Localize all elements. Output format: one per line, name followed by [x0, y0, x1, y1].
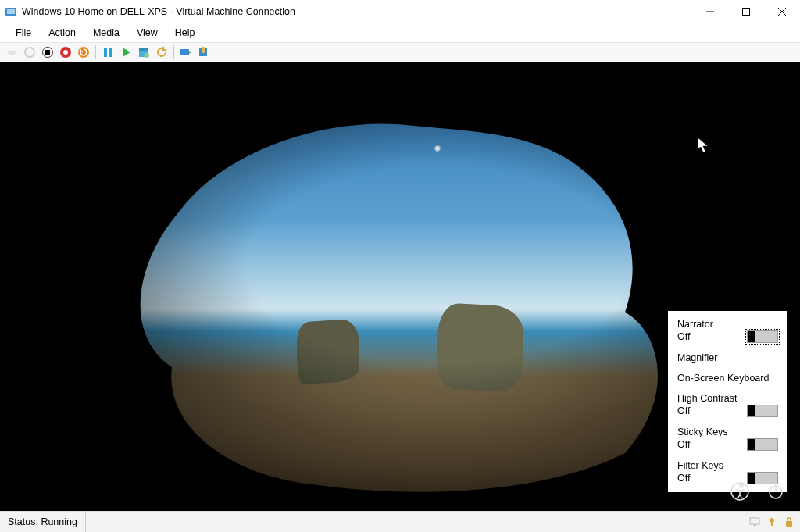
shutdown-icon[interactable] — [59, 45, 73, 59]
high-contrast-state: Off — [677, 405, 690, 416]
window-title: Windows 10 Home on DELL-XPS - Virtual Ma… — [22, 6, 692, 17]
enhanced-session-icon[interactable] — [197, 45, 211, 59]
sticky-keys-state: Off — [677, 439, 690, 450]
maximize-button[interactable] — [728, 0, 764, 23]
svg-point-16 — [145, 53, 149, 58]
pause-icon[interactable] — [101, 45, 115, 59]
narrator-toggle[interactable] — [747, 330, 778, 343]
svg-rect-26 — [771, 523, 773, 526]
menu-media[interactable]: Media — [85, 26, 127, 40]
start-icon[interactable] — [119, 45, 133, 59]
power-icon[interactable] — [766, 481, 786, 502]
app-icon — [5, 5, 17, 18]
svg-point-6 — [25, 48, 34, 57]
toolbar-separator — [95, 45, 96, 59]
high-contrast-toggle[interactable] — [747, 405, 778, 417]
sticky-keys-toggle[interactable] — [747, 438, 778, 451]
filter-keys-label: Filter Keys — [677, 460, 778, 471]
svg-point-25 — [770, 518, 774, 523]
ctrl-alt-del-icon[interactable] — [5, 45, 19, 59]
turnoff-icon[interactable] — [41, 45, 55, 59]
close-button[interactable] — [764, 0, 800, 23]
display-config-icon[interactable] — [748, 516, 761, 528]
lockscreen-corner-buttons — [730, 481, 786, 502]
ease-of-access-panel: Narrator Off Magnifier On-Screen Keyboar… — [668, 311, 788, 492]
svg-rect-12 — [104, 48, 107, 57]
on-screen-keyboard-button[interactable]: On-Screen Keyboard — [677, 373, 769, 384]
svg-rect-15 — [139, 48, 148, 51]
revert-icon[interactable] — [155, 45, 169, 59]
svg-rect-8 — [45, 50, 50, 55]
audio-icon[interactable] — [766, 516, 778, 528]
checkpoint-icon[interactable] — [137, 45, 151, 59]
menu-file[interactable]: File — [8, 26, 39, 40]
svg-rect-27 — [786, 521, 792, 527]
svg-rect-17 — [180, 49, 189, 55]
svg-rect-19 — [202, 47, 205, 53]
svg-rect-24 — [753, 525, 756, 526]
menu-view[interactable]: View — [129, 26, 166, 40]
minimize-button[interactable] — [692, 0, 728, 23]
svg-rect-13 — [109, 48, 112, 57]
window-controls — [692, 0, 800, 23]
security-lock-icon[interactable] — [783, 516, 795, 528]
high-contrast-label: High Contrast — [677, 393, 778, 404]
menu-action[interactable]: Action — [41, 26, 84, 40]
status-bar: Status: Running — [0, 511, 800, 532]
menu-help[interactable]: Help — [167, 26, 203, 40]
mouse-cursor — [698, 137, 709, 156]
reset-icon[interactable] — [77, 45, 91, 59]
svg-point-10 — [63, 50, 68, 55]
power-off-icon[interactable] — [23, 45, 37, 59]
svg-rect-1 — [7, 9, 15, 14]
toolbar-separator — [173, 45, 174, 59]
magnifier-button[interactable]: Magnifier — [677, 352, 717, 363]
narrator-label: Narrator — [677, 319, 778, 330]
status-text: Status: Running — [0, 512, 86, 532]
filter-keys-state: Off — [677, 473, 690, 484]
menu-bar: File Action Media View Help — [0, 23, 800, 42]
window-titlebar: Windows 10 Home on DELL-XPS - Virtual Ma… — [0, 0, 800, 23]
svg-point-11 — [78, 47, 89, 58]
svg-rect-23 — [750, 518, 759, 524]
sticky-keys-label: Sticky Keys — [677, 427, 778, 437]
toolbar — [0, 42, 800, 62]
vm-display[interactable]: Narrator Off Magnifier On-Screen Keyboar… — [0, 62, 800, 511]
narrator-state: Off — [677, 331, 690, 342]
share-icon[interactable] — [179, 45, 193, 59]
ease-of-access-icon[interactable] — [730, 481, 750, 502]
svg-rect-3 — [743, 9, 750, 16]
